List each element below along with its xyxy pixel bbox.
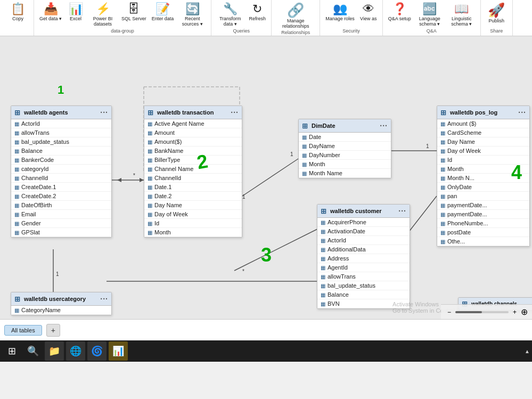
all-tables-tab[interactable]: All tables [4, 325, 42, 336]
field-row[interactable]: ▦Id [437, 156, 529, 165]
field-icon: ▦ [148, 221, 152, 226]
field-row[interactable]: ▦ActorId [317, 236, 410, 245]
zoom-slider[interactable] [455, 311, 509, 313]
table-walletdb-usercategory[interactable]: ⊞ walletdb usercategory ··· ▦CategoryNam… [11, 292, 112, 315]
file-explorer-button[interactable]: 📁 [45, 341, 64, 361]
zoom-fit-button[interactable]: ⊕ [521, 307, 528, 317]
agents-menu-button[interactable]: ··· [100, 108, 108, 117]
field-row[interactable]: ▦DayNumber [299, 151, 391, 160]
field-row[interactable]: ▦AdditionalData [317, 245, 410, 254]
field-row[interactable]: ▦Month N... [437, 174, 529, 183]
usercategory-menu-button[interactable]: ··· [100, 295, 108, 303]
linguistic-button[interactable]: 📖 Linguistic schema ▾ [446, 2, 477, 28]
field-row[interactable]: ▦ChannelId [11, 174, 111, 183]
field-row[interactable]: ▦ActorId [11, 119, 111, 128]
field-row[interactable]: ▦bal_update_status [11, 137, 111, 146]
field-row[interactable]: ▦Month [437, 165, 529, 174]
field-row[interactable]: ▦Month [144, 228, 242, 237]
transaction-menu-button[interactable]: ··· [231, 108, 239, 117]
field-row[interactable]: ▦DateOfBirth [11, 201, 111, 210]
field-row[interactable]: ▦Id [144, 219, 242, 228]
table-dimdate[interactable]: ⊞ DimDate ··· ▦Date ▦DayName ▦DayNumber … [298, 119, 391, 178]
field-row[interactable]: ▦Day Name [144, 201, 242, 210]
field-row[interactable]: ▦pan [437, 192, 529, 201]
field-row[interactable]: ▦Amount [144, 128, 242, 137]
canvas-area[interactable]: 1 * 1 1 1 1 * 1 * ⊞ walletdb agents [0, 36, 532, 319]
powerbi-taskbar-button[interactable]: 📊 [109, 341, 128, 361]
field-row[interactable]: ▦AcquirerPhone [317, 218, 410, 227]
dimdate-menu-button[interactable]: ··· [380, 121, 388, 130]
field-row[interactable]: ▦CreateDate.2 [11, 192, 111, 201]
table-walletdb-agents[interactable]: ⊞ walletdb agents ··· ▦ActorId ▦allowTra… [11, 105, 112, 238]
publish-button[interactable]: 🚀 Publish [486, 2, 507, 25]
field-row[interactable]: ▦paymentDate... [437, 201, 529, 210]
search-button[interactable]: 🔍 [23, 341, 43, 361]
field-row[interactable]: ▦Month Name [299, 169, 391, 178]
sql-button[interactable]: 🗄 SQL Server [119, 2, 149, 22]
pos-log-menu-button[interactable]: ··· [518, 108, 526, 117]
field-row[interactable]: ▦Balance [11, 146, 111, 156]
field-row[interactable]: ▦Day Name [437, 137, 529, 146]
zoom-plus-button[interactable]: + [511, 308, 519, 316]
field-row[interactable]: ▦Channel Name [144, 165, 242, 174]
customer-menu-button[interactable]: ··· [398, 207, 406, 215]
refresh-button[interactable]: ↻ Refresh [247, 2, 268, 22]
field-row[interactable]: ▦CreateDate.1 [11, 183, 111, 192]
field-row[interactable]: ▦Date.2 [144, 192, 242, 201]
field-row[interactable]: ▦BankerCode [11, 156, 111, 165]
field-row[interactable]: ▦PhoneNumbe... [437, 219, 529, 228]
field-row[interactable]: ▦Active Agent Name [144, 119, 242, 128]
field-row[interactable]: ▦allowTrans [11, 128, 111, 137]
ribbon-group-data: 📥 Get data ▾ 📊 Excel ⚡ Power BI datasets… [34, 0, 211, 36]
field-row[interactable]: ▦Date [299, 133, 391, 142]
field-row[interactable]: ▦paymentDate... [437, 210, 529, 219]
table-walletdb-pos-log[interactable]: ⊞ walletdb pos_log ··· ▦Amount ($) ▦Card… [437, 105, 530, 247]
field-icon: ▦ [321, 301, 325, 307]
field-row[interactable]: ▦categoryId [11, 165, 111, 174]
view-as-button[interactable]: 👁 View as [358, 2, 379, 22]
field-row[interactable]: ▦BankName [144, 146, 242, 156]
field-row[interactable]: ▦BillerType [144, 156, 242, 165]
language-schema-button[interactable]: 🔤 Language schema ▾ [414, 2, 445, 28]
field-row[interactable]: ▦Balance [317, 290, 410, 299]
copy-button[interactable]: 📋 Copy [7, 2, 29, 22]
field-row[interactable]: ▦Amount ($) [437, 119, 529, 128]
field-row[interactable]: ▦postDate [437, 228, 529, 237]
field-row[interactable]: ▦BVN [317, 299, 410, 308]
field-row[interactable]: ▦CategoryName [11, 306, 111, 315]
get-data-button[interactable]: 📥 Get data ▾ [37, 2, 64, 22]
qa-setup-button[interactable]: ❓ Q&A setup [386, 2, 413, 22]
add-tab-button[interactable]: + [46, 324, 60, 337]
field-row[interactable]: ▦AgentId [317, 263, 410, 272]
field-row[interactable]: ▦GPSlat [11, 228, 111, 237]
field-row[interactable]: ▦Amount($) [144, 137, 242, 146]
field-row[interactable]: ▦CardScheme [437, 128, 529, 137]
field-row[interactable]: ▦OnlyDate [437, 183, 529, 192]
field-row[interactable]: ▦Day of Week [144, 210, 242, 219]
field-row[interactable]: ▦ActivationDate [317, 227, 410, 236]
field-row[interactable]: ▦allowTrans [317, 272, 410, 281]
start-button[interactable]: ⊞ [2, 341, 21, 361]
field-row[interactable]: ▦Email [11, 210, 111, 219]
ie-button[interactable]: 🌀 [87, 341, 107, 361]
field-row[interactable]: ▦ChannelId [144, 174, 242, 183]
table-walletdb-customer[interactable]: ⊞ walletdb customer ··· ▦AcquirerPhone ▦… [317, 204, 410, 309]
browser-button[interactable]: 🌐 [66, 341, 85, 361]
transform-data-button[interactable]: 🔧 Transform data ▾ [215, 2, 245, 28]
recent-sources-button[interactable]: 🔄 Recent sources ▾ [177, 2, 208, 28]
field-row[interactable]: ▦Address [317, 254, 410, 263]
enter-data-button[interactable]: 📝 Enter data [150, 2, 176, 22]
zoom-minus-button[interactable]: − [445, 308, 453, 316]
manage-roles-button[interactable]: 👥 Manage roles [323, 2, 357, 22]
manage-relationships-button[interactable]: 🔗 Manage relationships [275, 2, 316, 30]
table-walletdb-transaction[interactable]: ⊞ walletdb transaction ··· ▦Active Agent… [144, 105, 242, 238]
field-row[interactable]: ▦Gender [11, 219, 111, 228]
excel-button[interactable]: 📊 Excel [65, 2, 86, 22]
field-row[interactable]: ▦Day of Week [437, 146, 529, 156]
field-row[interactable]: ▦Othe... [437, 237, 529, 246]
power-bi-button[interactable]: ⚡ Power BI datasets [87, 2, 118, 28]
field-row[interactable]: ▦Month [299, 160, 391, 169]
field-row[interactable]: ▦Date.1 [144, 183, 242, 192]
field-row[interactable]: ▦DayName [299, 142, 391, 151]
field-row[interactable]: ▦bal_update_status [317, 281, 410, 290]
